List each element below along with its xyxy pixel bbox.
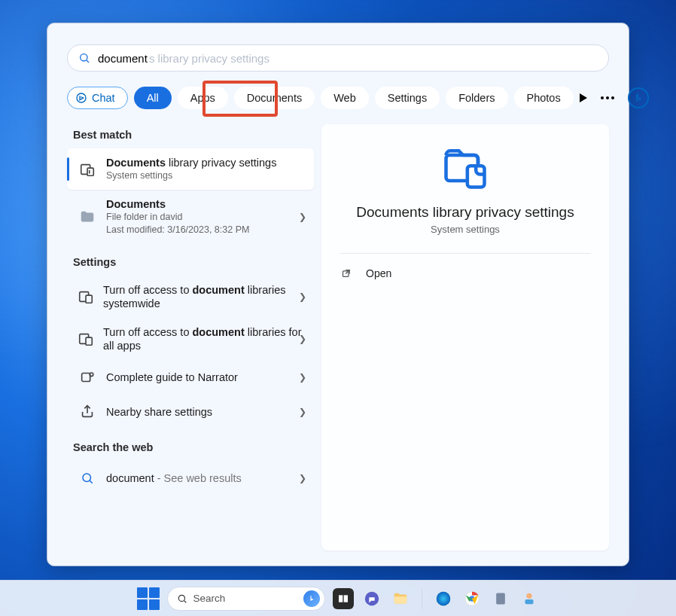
svg-rect-19 [343, 595, 347, 602]
folder-icon [78, 207, 97, 227]
result-subtitle: System settings [106, 169, 276, 182]
result-subtitle-2: Last modified: 3/16/2023, 8:32 PM [106, 224, 249, 236]
teams-chat-button[interactable] [361, 588, 382, 609]
taskbar-search-placeholder: Search [193, 593, 226, 604]
svg-point-28 [526, 593, 531, 598]
search-icon [78, 468, 97, 488]
result-turn-off-systemwide[interactable]: Turn off access to document libraries sy… [67, 276, 314, 318]
library-large-icon [440, 142, 491, 194]
svg-point-16 [178, 595, 184, 601]
svg-rect-6 [86, 295, 92, 303]
svg-rect-4 [87, 168, 93, 175]
narrator-icon [78, 367, 97, 387]
chevron-right-icon: ❯ [299, 473, 306, 483]
result-narrator-guide[interactable]: Complete guide to Narrator ❯ [67, 360, 314, 395]
open-action[interactable]: Open [340, 264, 393, 282]
result-title: document - See web results [106, 471, 242, 485]
result-title: Documents [106, 197, 249, 211]
section-settings: Settings [73, 256, 314, 268]
library-icon [78, 160, 97, 179]
results-column: Best match Documents library privacy set… [67, 124, 314, 550]
play-icon[interactable] [580, 93, 587, 102]
bing-chat-button[interactable] [628, 87, 649, 108]
tab-folders[interactable]: Folders [446, 87, 507, 109]
tab-settings[interactable]: Settings [375, 87, 440, 109]
task-view-button[interactable] [333, 588, 354, 609]
chevron-right-icon: ❯ [299, 407, 306, 417]
result-title: Nearby share settings [106, 405, 212, 419]
svg-point-11 [83, 474, 91, 482]
taskbar: Search [0, 580, 676, 616]
chevron-right-icon: ❯ [299, 334, 306, 344]
result-documents-folder[interactable]: Documents File folder in david Last modi… [67, 190, 314, 244]
chevron-right-icon: ❯ [299, 291, 306, 302]
file-explorer-button[interactable] [390, 588, 411, 609]
taskbar-separator [422, 589, 422, 608]
svg-point-2 [77, 93, 86, 102]
svg-point-0 [81, 54, 87, 61]
result-nearby-share[interactable]: Nearby share settings ❯ [67, 395, 314, 429]
chrome-button[interactable] [461, 588, 483, 609]
svg-rect-18 [339, 595, 343, 602]
search-icon [78, 52, 90, 64]
search-typed-text: document [98, 52, 148, 65]
filter-tab-row: Chat All Apps Documents Web Settings Fol… [67, 87, 609, 109]
library-icon [78, 329, 94, 349]
svg-rect-27 [496, 593, 505, 604]
section-search-web: Search the web [73, 441, 314, 453]
section-best-match: Best match [73, 129, 314, 141]
preview-title: Documents library privacy settings [356, 204, 574, 221]
preview-pane: Documents library privacy settings Syste… [321, 124, 609, 550]
svg-line-12 [90, 481, 92, 483]
bing-icon [303, 590, 320, 607]
library-icon [78, 287, 94, 306]
search-input[interactable]: documents library privacy settings [67, 44, 609, 72]
svg-line-1 [87, 60, 89, 63]
taskbar-search[interactable]: Search [167, 587, 325, 611]
start-button[interactable] [137, 587, 160, 610]
result-turn-off-all-apps[interactable]: Turn off access to document libraries fo… [67, 318, 314, 360]
result-subtitle: File folder in david [106, 211, 249, 224]
chevron-right-icon: ❯ [299, 212, 306, 222]
open-label: Open [366, 267, 391, 279]
open-icon [341, 268, 352, 279]
svg-point-10 [90, 373, 93, 377]
tab-apps[interactable]: Apps [178, 87, 228, 109]
search-icon [177, 593, 187, 604]
tab-chat-label: Chat [92, 92, 115, 104]
tab-web[interactable]: Web [321, 87, 369, 109]
app-pinned-1[interactable] [490, 588, 511, 609]
divider [340, 253, 591, 254]
result-title: Turn off access to document libraries fo… [103, 325, 303, 352]
svg-line-17 [184, 600, 186, 602]
tab-documents[interactable]: Documents [234, 87, 315, 109]
result-title: Documents library privacy settings [106, 156, 276, 169]
app-pinned-2[interactable] [519, 588, 540, 609]
tab-chat[interactable]: Chat [67, 87, 128, 109]
preview-subtitle: System settings [431, 224, 500, 235]
share-icon [78, 402, 97, 422]
result-search-web[interactable]: document - See web results ❯ [67, 461, 314, 496]
result-title: Complete guide to Narrator [106, 371, 238, 384]
search-autocomplete: s library privacy settings [149, 52, 269, 65]
result-title: Turn off access to document libraries sy… [103, 283, 303, 310]
edge-button[interactable] [433, 588, 454, 609]
bing-chat-icon [75, 92, 87, 104]
svg-rect-21 [394, 596, 407, 603]
bing-icon [632, 92, 644, 104]
more-options-button[interactable] [601, 96, 614, 99]
svg-rect-9 [82, 374, 90, 382]
tab-photos[interactable]: Photos [514, 87, 574, 109]
result-documents-privacy-settings[interactable]: Documents library privacy settings Syste… [67, 148, 314, 190]
svg-rect-29 [525, 599, 533, 603]
svg-rect-8 [86, 337, 92, 345]
chevron-right-icon: ❯ [299, 372, 306, 383]
svg-point-23 [436, 591, 449, 605]
start-search-panel: documents library privacy settings Chat … [47, 23, 629, 566]
tab-all[interactable]: All [134, 87, 172, 109]
